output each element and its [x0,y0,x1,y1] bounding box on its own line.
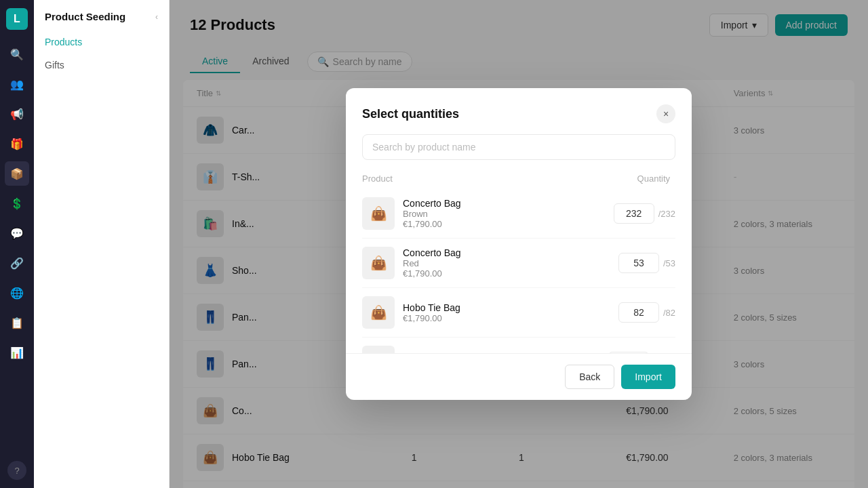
sidebar-item-products[interactable]: Products [34,30,169,54]
modal-qty-input[interactable] [618,302,659,323]
modal-quantity-cell: /82 [618,302,675,323]
sidebar-icon-gift[interactable]: 🎁 [5,131,29,156]
icon-sidebar: L 🔍 👥 📢 🎁 📦 💲 💬 🔗 🌐 📋 📊 ? [0,0,34,488]
modal-product-row: 👜 Concerto Bag Brown €1,790.00 /232 [362,189,675,239]
modal-product-price: €1,790.00 [403,219,606,229]
modal-product-row: 👜 Hobo Tie Bag €1,790.00 /1589 [362,338,675,353]
modal-footer: Back Import [346,353,692,400]
modal-product-variant: Red [403,258,610,268]
modal-col-product: Product [362,174,637,184]
sidebar-icon-users[interactable]: 👥 [5,72,29,96]
modal-qty-input[interactable] [614,203,654,224]
modal-qty-max: /232 [658,209,675,219]
modal-product-name: Concerto Bag [403,247,610,258]
modal-product-info: Hobo Tie Bag €1,790.00 [403,302,610,323]
modal-search-input[interactable] [362,134,675,160]
app-logo: L [6,8,28,30]
modal-product-thumbnail: 👜 [362,346,395,353]
modal-overlay: Select quantities × Product Quantity 👜 C… [170,0,868,488]
sidebar-item-gifts[interactable]: Gifts [34,54,169,77]
sidebar-icon-search[interactable]: 🔍 [5,42,29,66]
modal-quantity-cell: /232 [614,203,675,224]
modal-product-info: Concerto Bag Red €1,790.00 [403,247,610,279]
modal-product-thumbnail: 👜 [362,296,395,329]
modal-product-row: 👜 Concerto Bag Red €1,790.00 /53 [362,239,675,288]
sidebar-icon-box[interactable]: 📦 [5,161,29,186]
content-sidebar-header: Product Seeding ‹ [34,0,169,25]
modal-quantity-cell: /53 [618,253,675,273]
modal-qty-max: /53 [663,258,675,268]
modal-header: Select quantities × [346,88,692,134]
content-sidebar-title: Product Seeding [45,11,125,22]
content-sidebar-nav: Products Gifts [34,25,169,82]
sidebar-icon-chat[interactable]: 💬 [5,221,29,245]
modal-product-thumbnail: 👜 [362,247,395,279]
modal-product-name: Concerto Bag [403,198,606,209]
modal-qty-input[interactable] [618,253,659,273]
modal-product-price: €1,790.00 [403,268,610,279]
back-button[interactable]: Back [565,365,614,389]
modal-product-row: 👜 Hobo Tie Bag €1,790.00 /82 [362,288,675,338]
sidebar-icon-help[interactable]: ? [7,461,26,480]
modal-product-variant: Brown [403,209,606,219]
content-sidebar: Product Seeding ‹ Products Gifts [34,0,170,488]
modal-col-quantity: Quantity [637,174,675,184]
modal-qty-max: /82 [663,308,675,318]
modal-table-header: Product Quantity [346,168,692,189]
sidebar-icon-megaphone[interactable]: 📢 [5,102,29,126]
sidebar-collapse-icon[interactable]: ‹ [155,12,158,22]
modal-product-name: Hobo Tie Bag [403,302,610,313]
modal-close-button[interactable]: × [656,104,675,123]
sidebar-icon-chart[interactable]: 📊 [5,340,29,365]
modal-product-list: 👜 Concerto Bag Brown €1,790.00 /232 👜 [346,189,692,353]
modal-product-price: €1,790.00 [403,313,610,323]
modal-title: Select quantities [362,107,459,121]
modal-product-thumbnail: 👜 [362,197,395,230]
select-quantities-modal: Select quantities × Product Quantity 👜 C… [346,88,692,400]
sidebar-icon-list[interactable]: 📋 [5,310,29,335]
sidebar-icon-globe[interactable]: 🌐 [5,281,29,305]
modal-product-info: Concerto Bag Brown €1,790.00 [403,198,606,229]
modal-import-button[interactable]: Import [621,365,675,389]
sidebar-icon-dollar[interactable]: 💲 [5,191,29,216]
main-content: 12 Products Import ▾ Add product Active … [170,0,868,488]
sidebar-icon-link[interactable]: 🔗 [5,251,29,275]
